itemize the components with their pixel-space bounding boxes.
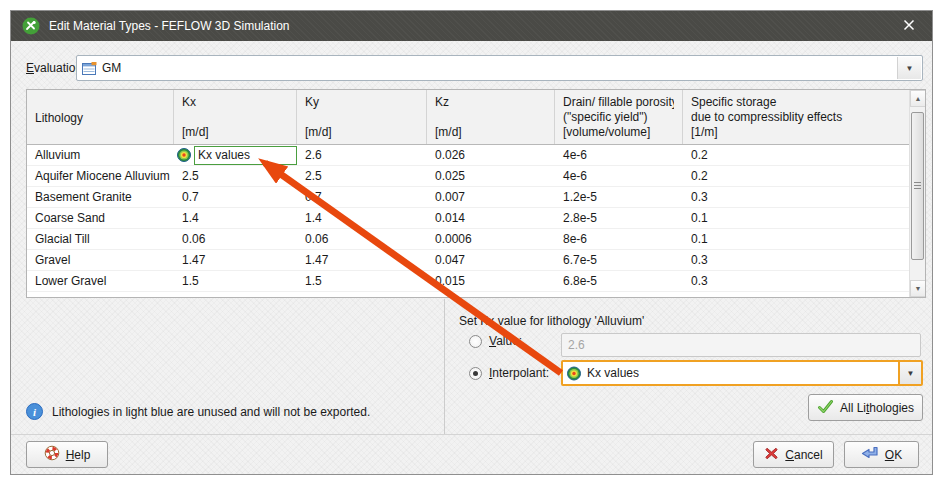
cell-storage[interactable]: 0.2 [683,145,909,165]
cell-kx[interactable]: 1.4 [174,208,297,228]
cell-lithology[interactable]: Lower Gravel [27,271,174,291]
table-row[interactable]: Lower Gravel 1.5 1.5 0.015 6.8e-5 0.3 [27,271,925,292]
kx-values-edit-cell[interactable]: Kx values [194,146,297,165]
panel-divider [444,299,445,434]
cell-lithology[interactable]: Aquifer Miocene Alluvium [27,166,174,186]
value-radio-label[interactable]: Value: [489,334,522,348]
column-header-storage[interactable]: Specific storage due to compressiblity e… [683,90,909,144]
scroll-up-button[interactable]: ▲ [910,90,926,107]
table-row[interactable]: Aquifer Miocene Alluvium 2.5 2.5 0.025 4… [27,166,925,187]
cell-kx[interactable]: 0.06 [174,229,297,249]
window-title: Edit Material Types - FEFLOW 3D Simulati… [49,19,290,33]
cell-ky[interactable]: 0.7 [297,187,427,207]
cell-storage[interactable]: 0.2 [683,166,909,186]
cell-ky[interactable]: 0 [297,292,427,298]
cell-porosity[interactable]: 2.8e-5 [555,208,683,228]
table-header: Lithology Kx [m/d] Ky [m/d] Kz [m/d] Dra… [27,90,925,145]
cell-porosity[interactable]: 0 [555,292,683,298]
cell-lithology[interactable]: Coarse Sand [27,208,174,228]
cell-lithology[interactable]: Alluvium [27,145,174,165]
cell-kz[interactable]: 0.015 [427,271,555,291]
scroll-up-icon: ▲ [915,95,922,102]
cell-ky[interactable]: 2.6 [297,145,427,165]
cell-storage[interactable]: 0 [683,292,909,298]
table-row[interactable]: Glacial Till 0.06 0.06 0.0006 8e-6 0.1 [27,229,925,250]
cell-kz[interactable]: 0.026 [427,145,555,165]
info-row: i Lithologies in light blue are unused a… [26,403,370,420]
cell-kx-interpolant[interactable]: Kx values [174,145,297,165]
table-row[interactable]: Gravel 1.47 1.47 0.047 6.7e-5 0.3 [27,250,925,271]
cell-lithology[interactable]: Basement Granite [27,187,174,207]
table-scrollbar[interactable]: ▲ ▼ [909,90,925,297]
cell-porosity[interactable]: 4e-6 [555,166,683,186]
table-row[interactable]: Coarse Sand 1.4 1.4 0.014 2.8e-5 0.1 [27,208,925,229]
cell-storage[interactable]: 0.3 [683,187,909,207]
interpolant-radio-label[interactable]: Interpolant: [489,366,549,380]
cell-porosity[interactable]: 6.7e-5 [555,250,683,270]
cell-lithology[interactable]: Unknown [27,292,174,298]
ok-label: OK [885,448,902,462]
titlebar[interactable]: Edit Material Types - FEFLOW 3D Simulati… [11,11,932,41]
interpolant-combo[interactable]: Kx values ▼ [561,360,923,386]
ok-button[interactable]: OK [844,441,919,468]
cell-kz[interactable]: 0.025 [427,166,555,186]
scroll-down-button[interactable]: ▼ [910,280,926,297]
cell-kx[interactable]: 0 [174,292,297,298]
cell-kx[interactable]: 2.5 [174,166,297,186]
column-header-kx[interactable]: Kx [m/d] [174,90,297,144]
column-header-kz[interactable]: Kz [m/d] [427,90,555,144]
cell-porosity[interactable]: 8e-6 [555,229,683,249]
cell-storage[interactable]: 0.3 [683,250,909,270]
value-radio-row: Value: [469,334,522,348]
cell-porosity[interactable]: 1.2e-5 [555,187,683,207]
cell-porosity[interactable]: 6.8e-5 [555,271,683,291]
scrollbar-thumb[interactable] [911,112,924,260]
column-header-ky[interactable]: Ky [m/d] [297,90,427,144]
cell-ky[interactable]: 0.06 [297,229,427,249]
info-icon: i [26,403,43,420]
table-row-unknown-unused[interactable]: Unknown 0 0 0 0 0 [27,292,925,298]
interpolant-target-icon [567,366,581,380]
all-lithologies-label: All Lithologies [840,401,914,415]
table-row-alluvium[interactable]: Alluvium Kx values 2.6 0.026 4e-6 0.2 [27,145,925,166]
close-button[interactable] [886,11,932,41]
material-types-table: Lithology Kx [m/d] Ky [m/d] Kz [m/d] Dra… [26,89,926,298]
evaluation-dropdown-button[interactable]: ▼ [897,57,921,79]
cell-lithology[interactable]: Glacial Till [27,229,174,249]
cell-kx[interactable]: 1.47 [174,250,297,270]
interpolant-dropdown-button[interactable]: ▼ [898,362,921,384]
edit-material-types-dialog: Edit Material Types - FEFLOW 3D Simulati… [10,10,933,475]
cell-kz[interactable]: 0.0006 [427,229,555,249]
chevron-down-icon: ▼ [906,64,914,73]
cell-ky[interactable]: 1.5 [297,271,427,291]
cell-porosity[interactable]: 4e-6 [555,145,683,165]
cell-storage[interactable]: 0.1 [683,208,909,228]
cell-kz[interactable]: 0.007 [427,187,555,207]
interpolant-target-icon [177,148,191,162]
column-header-lithology[interactable]: Lithology [27,90,174,144]
cell-storage[interactable]: 0.1 [683,229,909,249]
all-lithologies-button[interactable]: All Lithologies [808,394,923,421]
cell-kx[interactable]: 0.7 [174,187,297,207]
evaluation-combo[interactable]: GM ▼ [76,55,923,81]
scroll-down-icon: ▼ [915,285,922,292]
column-header-porosity[interactable]: Drain/ fillable porosity ("specific yiel… [555,90,683,144]
cell-kz[interactable]: 0.014 [427,208,555,228]
cell-ky[interactable]: 2.5 [297,166,427,186]
cell-ky[interactable]: 1.4 [297,208,427,228]
cell-ky[interactable]: 1.47 [297,250,427,270]
value-input[interactable]: 2.6 [561,333,921,357]
cell-kz[interactable]: 0.047 [427,250,555,270]
table-row[interactable]: Basement Granite 0.7 0.7 0.007 1.2e-5 0.… [27,187,925,208]
cell-lithology[interactable]: Gravel [27,250,174,270]
interpolant-radio[interactable] [469,367,482,380]
cancel-button[interactable]: Cancel [753,441,834,468]
cell-storage[interactable]: 0.3 [683,271,909,291]
value-radio[interactable] [469,335,482,348]
cell-kz[interactable]: 0 [427,292,555,298]
set-kx-panel-title: Set Kx value for lithology 'Alluvium' [459,314,644,328]
cancel-label: Cancel [785,448,822,462]
help-button[interactable]: Help [26,441,108,468]
cell-kx[interactable]: 1.5 [174,271,297,291]
close-x-icon [903,19,915,34]
